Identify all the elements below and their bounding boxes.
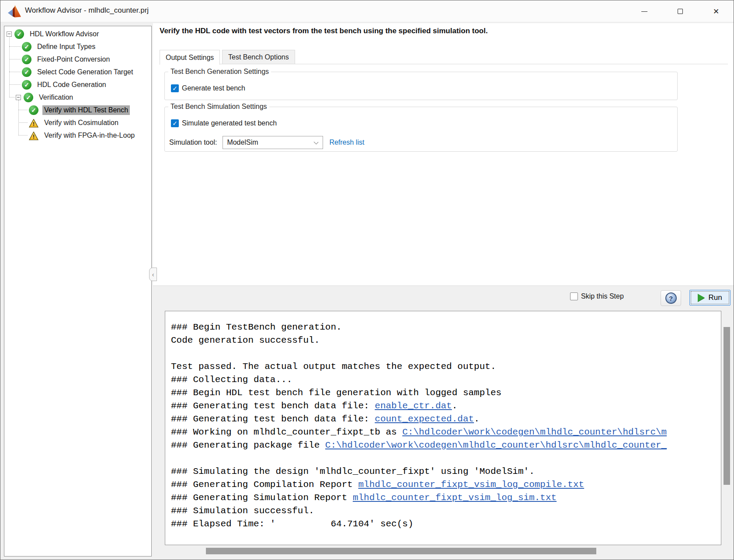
group-title: Test Bench Generation Settings (168, 68, 271, 76)
console-output[interactable]: ### Begin TestBench generation. Code gen… (165, 311, 721, 545)
tab-output-settings[interactable]: Output Settings (160, 50, 220, 65)
title-bar[interactable]: Workflow Advisor - mlhdlc_counter.prj ✕ (0, 0, 734, 22)
tree-item-select-code-generation-target[interactable]: Select Code Generation Target (4, 66, 151, 78)
tree-item-verification[interactable]: Verification (4, 91, 151, 104)
test-bench-generation-settings-group: Test Bench Generation Settings Generate … (164, 72, 678, 100)
console-file-link[interactable]: mlhdlc_counter_fixpt_vsim_log_compile.tx… (358, 480, 584, 490)
play-icon (698, 294, 705, 302)
console-line (171, 452, 717, 465)
console-file-link[interactable]: mlhdlc_counter_fixpt_vsim_log_sim.txt (353, 493, 557, 503)
maximize-icon (678, 9, 683, 14)
run-toolbar: Skip this Step ? Run (153, 285, 734, 310)
console-line: ### Generating test bench data file: ena… (171, 400, 717, 413)
help-button[interactable]: ? (661, 290, 681, 306)
check-icon (22, 67, 31, 77)
check-icon (22, 80, 31, 90)
tree-item-hdl-workflow-advisor[interactable]: HDL Workflow Advisor (4, 28, 151, 40)
minimize-button[interactable] (631, 4, 657, 19)
close-button[interactable]: ✕ (703, 4, 729, 19)
skip-this-step-checkbox[interactable] (570, 292, 578, 300)
console-line: ### Collecting data... (171, 373, 717, 386)
tree-item-verify-with-cosimulation[interactable]: ! Verify with Cosimulation (4, 116, 151, 129)
matlab-logo-icon (8, 5, 21, 18)
check-icon (22, 42, 31, 52)
step-description: Verify the HDL code with test vectors fr… (160, 27, 488, 35)
check-icon (29, 105, 38, 115)
console-line: ### Generating Simulation Report mlhdlc_… (171, 491, 717, 504)
group-title: Test Bench Simulation Settings (168, 103, 269, 111)
tree-item-define-input-types[interactable]: Define Input Types (4, 40, 151, 53)
console-line: ### Elapsed Time: ' 64.7104' sec(s) (171, 518, 717, 531)
console-file-link[interactable]: enable_ctr.dat (375, 401, 452, 411)
simulate-generated-test-bench-checkbox[interactable] (171, 119, 179, 127)
skip-step-row: Skip this Step (570, 292, 624, 300)
vertical-scrollbar-thumb[interactable] (724, 327, 730, 485)
simulation-tool-label: Simulation tool: (169, 139, 217, 146)
console-line: ### Working on mlhdlc_counter_fixpt_tb a… (171, 426, 717, 439)
tree-item-hdl-code-generation[interactable]: HDL Code Generation (4, 78, 151, 91)
console-file-link[interactable]: C:\hdlcoder\work\codegen\mlhdlc_counter\… (402, 427, 667, 437)
window-title: Workflow Advisor - mlhdlc_counter.prj (25, 6, 149, 15)
generate-test-bench-checkbox[interactable] (171, 84, 179, 92)
warning-icon: ! (29, 132, 38, 140)
tab-test-bench-options[interactable]: Test Bench Options (222, 50, 295, 64)
check-icon (24, 93, 33, 102)
vertical-scrollbar (723, 311, 731, 545)
console-region: ### Begin TestBench generation. Code gen… (153, 310, 734, 560)
minimize-icon (641, 11, 647, 12)
console-line: Code generation successful. (171, 334, 717, 347)
console-line (171, 347, 717, 360)
checkbox-label: Simulate generated test bench (182, 119, 277, 127)
console-line: ### Generating package file C:\hdlcoder\… (171, 439, 717, 452)
console-file-link[interactable]: count_expected.dat (375, 414, 474, 424)
console-file-link[interactable]: C:\hdlcoder\work\codegen\mlhdlc_counter\… (325, 440, 667, 450)
help-icon: ? (665, 292, 677, 304)
chevron-down-icon (314, 140, 319, 145)
workflow-tree-panel: HDL Workflow Advisor Define Input Types … (4, 26, 152, 557)
tree-item-verify-with-fpga-in-the-loop[interactable]: ! Verify with FPGA-in-the-Loop (4, 129, 151, 142)
refresh-list-link[interactable]: Refresh list (329, 139, 364, 146)
workflow-advisor-window: Workflow Advisor - mlhdlc_counter.prj ✕ … (0, 0, 734, 560)
generate-test-bench-row: Generate test bench (171, 84, 245, 92)
maximize-button[interactable] (667, 4, 693, 19)
skip-step-label: Skip this Step (581, 292, 624, 300)
simulation-tool-dropdown[interactable]: ModelSim (223, 136, 323, 149)
console-line: ### Begin HDL test bench file generation… (171, 386, 717, 400)
console-line: ### Generating Compilation Report mlhdlc… (171, 478, 717, 491)
simulation-tool-row: Simulation tool: ModelSim Refresh list (169, 136, 364, 149)
checkbox-label: Generate test bench (182, 84, 245, 92)
check-icon (14, 29, 24, 39)
tree-item-verify-with-hdl-test-bench[interactable]: Verify with HDL Test Bench (4, 104, 151, 116)
close-icon: ✕ (713, 8, 719, 15)
check-icon (22, 55, 31, 64)
console-line: Test passed. The actual output matches t… (171, 360, 717, 373)
horizontal-scrollbar (165, 547, 721, 555)
simulate-test-bench-row: Simulate generated test bench (171, 119, 277, 127)
test-bench-simulation-settings-group: Test Bench Simulation Settings Simulate … (164, 107, 678, 152)
console-line: ### Simulation successful. (171, 504, 717, 518)
console-line: ### Generating test bench data file: cou… (171, 413, 717, 426)
console-line: ### Begin TestBench generation. (171, 321, 717, 334)
collapse-expander-icon[interactable] (7, 31, 12, 37)
panel-collapse-handle[interactable]: ‹ (149, 268, 157, 281)
tree-item-fixed-point-conversion[interactable]: Fixed-Point Conversion (4, 53, 151, 66)
console-line: ### Simulating the design 'mlhdlc_counte… (171, 465, 717, 478)
collapse-expander-icon[interactable] (16, 95, 21, 100)
warning-icon: ! (29, 119, 38, 128)
run-button[interactable]: Run (689, 290, 731, 306)
horizontal-scrollbar-thumb[interactable] (206, 548, 596, 554)
